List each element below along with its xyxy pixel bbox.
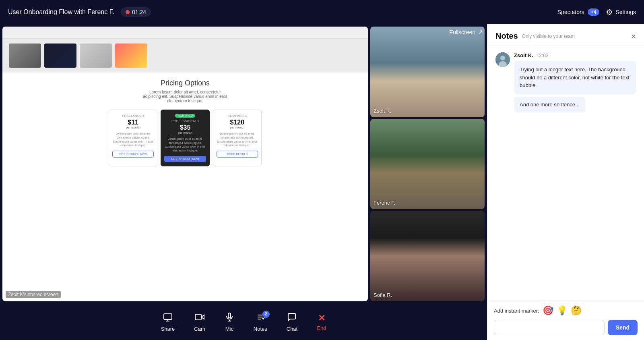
pricing-subtitle: Lorem ipsum dolor sit amet, consectetur … <box>141 90 229 103</box>
chat-icon <box>287 312 297 324</box>
plan-amount-professionals: $35 <box>180 124 191 131</box>
featured-badge: FEATURED <box>175 114 195 118</box>
note-entry-0: Zsolt K. 12:03 Trying out a longer text … <box>495 52 636 112</box>
participant-name-ferenc: Ferenc F. <box>374 200 395 206</box>
marker-bulb[interactable]: 💡 <box>557 305 568 316</box>
gear-icon: ⚙ <box>606 7 613 17</box>
notes-body: Zsolt K. 12:03 Trying out a longer text … <box>487 46 644 300</box>
svg-rect-4 <box>228 313 231 318</box>
face-zsolt <box>370 27 485 117</box>
notes-close-button[interactable]: × <box>631 32 636 40</box>
mic-label: Mic <box>225 326 233 332</box>
toolbar: Share Cam <box>0 304 487 340</box>
pricing-card-freelancer: FREELANCER $11 per month Lorem ipsum dol… <box>109 110 157 166</box>
photo-thumb-4 <box>115 44 147 68</box>
svg-rect-3 <box>195 314 201 320</box>
plan-label-companies: COMPANIES <box>228 114 247 118</box>
cam-label: Cam <box>194 326 205 332</box>
marker-target[interactable]: 🎯 <box>543 305 553 316</box>
notes-panel: Notes Only visible to your team × Zsolt … <box>487 24 644 340</box>
notes-label: Notes <box>254 326 267 332</box>
plan-amount-freelancer: $11 <box>128 119 138 126</box>
plan-desc-freelancer: Lorem ipsum dolor sit amet, consectetur … <box>112 132 154 147</box>
pricing-card-companies: COMPANIES $120 per month Lorem ipsum dol… <box>213 110 262 166</box>
end-icon: ✕ <box>318 313 325 323</box>
plan-period-companies: per month <box>230 126 244 129</box>
end-button[interactable]: ✕ End <box>307 309 336 335</box>
header: User Onboarding Flow with Ferenc F. 01:2… <box>0 0 644 24</box>
plan-period-professionals: per month <box>178 131 192 135</box>
mic-button[interactable]: Mic <box>215 308 244 336</box>
plan-desc-professionals: Lorem ipsum dolor sit amet, consectetur … <box>164 137 206 153</box>
session-title: User Onboarding Flow with Ferenc F. <box>8 8 114 16</box>
video-tile-ferenc: Ferenc F. <box>370 119 485 209</box>
notes-title: Notes <box>495 31 518 41</box>
notes-footer: Add instant marker: 🎯 💡 🤔 Send <box>487 300 644 340</box>
face-sofia <box>370 211 485 301</box>
photo-4 <box>115 44 147 68</box>
recording-time: 01:24 <box>132 9 146 15</box>
video-panel: Zsolt K. Ferenc F. Sofia R. <box>370 27 485 301</box>
photo-thumb-3 <box>80 44 112 68</box>
main-content: Fullscreen ↗ <box>0 24 644 340</box>
mic-icon <box>225 312 234 324</box>
notes-input[interactable] <box>494 320 605 335</box>
camera-icon <box>195 312 204 324</box>
notes-badge: 2 <box>262 311 270 318</box>
notes-button[interactable]: 2 Notes <box>244 308 277 336</box>
fullscreen-button[interactable]: Fullscreen ↗ <box>449 28 483 36</box>
pricing-card-professionals: FEATURED PROFESSIONALS $35 per month Lor… <box>161 110 209 166</box>
note-content-0: Zsolt K. 12:03 Trying out a longer text … <box>514 52 636 112</box>
plan-btn-freelancer[interactable]: GET IN TOUCH NOW <box>112 151 154 158</box>
pricing-title: Pricing Options <box>161 79 210 87</box>
plan-amount-companies: $120 <box>230 119 245 126</box>
note-avatar-0 <box>495 52 510 67</box>
cam-button[interactable]: Cam <box>184 308 215 336</box>
left-area: Fullscreen ↗ <box>0 24 487 340</box>
screen-top-bar <box>2 27 368 39</box>
svg-rect-0 <box>164 314 172 319</box>
settings-button[interactable]: ⚙ Settings <box>606 7 636 17</box>
photo-3 <box>80 44 112 68</box>
note-meta-0: Zsolt K. 12:03 <box>514 52 636 58</box>
photo-2 <box>44 44 76 68</box>
plan-desc-companies: Lorem ipsum dolor sit amet, consectetur … <box>217 132 258 147</box>
photo-gallery <box>2 39 368 73</box>
fullscreen-icon: ↗ <box>478 28 483 36</box>
notes-input-row: Send <box>494 320 638 335</box>
screen-content: Pricing Options Lorem ipsum dolor sit am… <box>2 27 368 301</box>
plan-label-professionals: PROFESSIONALS <box>171 119 199 123</box>
photo-thumb-2 <box>44 44 76 68</box>
spectators-count: +4 <box>588 8 600 16</box>
photo-thumb-1 <box>9 44 41 68</box>
chat-label: Chat <box>287 326 297 332</box>
settings-label: Settings <box>615 9 636 15</box>
plan-period-freelancer: per month <box>126 126 140 129</box>
face-ferenc <box>370 119 485 209</box>
pricing-section: Pricing Options Lorem ipsum dolor sit am… <box>2 73 368 301</box>
chat-button[interactable]: Chat <box>277 308 307 336</box>
svg-point-11 <box>500 56 505 60</box>
header-right: Spectators +4 ⚙ Settings <box>557 7 636 17</box>
fullscreen-label: Fullscreen <box>449 29 475 35</box>
video-tile-sofia: Sofia R. <box>370 211 485 301</box>
instant-marker-label: Add instant marker: <box>494 308 539 314</box>
video-layout: Pricing Options Lorem ipsum dolor sit am… <box>0 24 487 304</box>
spectators-button[interactable]: Spectators +4 <box>557 8 600 16</box>
notes-subtitle: Only visible to your team <box>522 33 632 39</box>
video-tile-zsolt: Zsolt K. <box>370 27 485 117</box>
note-time-0: 12:03 <box>537 53 549 58</box>
participant-name-zsolt: Zsolt K. <box>374 108 391 114</box>
participant-name-sofia: Sofia R. <box>374 292 392 298</box>
end-label: End <box>317 325 326 331</box>
recording-dot <box>126 10 130 14</box>
photo-1 <box>9 44 41 68</box>
notes-header: Notes Only visible to your team × <box>487 24 644 46</box>
note-bubble-0: Trying out a longer text here. The backg… <box>514 61 636 94</box>
plan-btn-professionals[interactable]: GET IN TOUCH NOW <box>164 156 206 162</box>
plan-btn-companies[interactable]: MORE DETAILS <box>217 151 258 158</box>
share-button[interactable]: Share <box>151 308 185 336</box>
instant-marker-row: Add instant marker: 🎯 💡 🤔 <box>494 305 638 316</box>
send-button[interactable]: Send <box>608 320 638 335</box>
marker-thinking[interactable]: 🤔 <box>571 305 582 316</box>
